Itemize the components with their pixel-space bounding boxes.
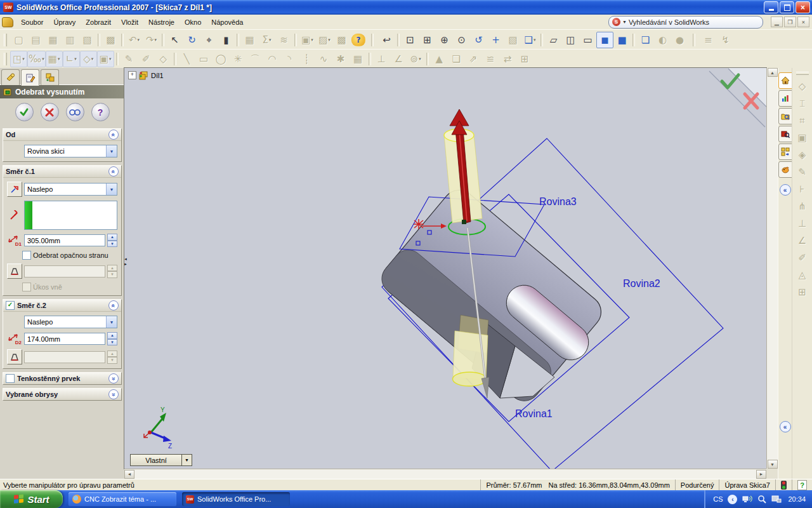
toggle-filter-toolbar[interactable]: ▮ — [218, 32, 235, 48]
scroll-left-icon[interactable]: ◄ — [124, 470, 134, 479]
angle-dimension[interactable]: ∠ — [390, 51, 407, 67]
rt-angle[interactable]: ∠ — [794, 232, 811, 249]
pan[interactable]: + — [487, 32, 504, 48]
restore-button[interactable] — [780, 1, 794, 13]
rt-mirror[interactable]: ◬ — [794, 266, 811, 283]
combo-arrow-icon[interactable]: ▼ — [181, 455, 192, 465]
mirror-entities[interactable]: ⇄ — [499, 51, 516, 67]
make-drawing-from-part[interactable]: ▥ — [62, 32, 79, 48]
child-close-button[interactable]: × — [797, 17, 809, 27]
detailed-preview-button[interactable] — [66, 103, 84, 121]
draft-outward-checkbox[interactable] — [22, 283, 31, 291]
document-recovery-tab[interactable] — [778, 161, 792, 178]
view-palette-tab[interactable] — [778, 144, 792, 160]
apply-scene[interactable]: ↯ — [717, 32, 734, 48]
tree-root-label[interactable]: Díl1 — [151, 72, 164, 79]
cancel-button[interactable] — [41, 103, 59, 121]
wireframe[interactable]: ▱ — [545, 32, 562, 48]
part-body[interactable] — [376, 184, 608, 407]
rt-display-relations[interactable]: ⋔ — [794, 197, 811, 215]
draft2-spinner[interactable]: ▲▼ — [107, 351, 117, 364]
draft1-spinner[interactable]: ▲▼ — [107, 265, 117, 278]
hidden-lines-visible[interactable]: ◫ — [562, 32, 579, 48]
dropdown-arrow-icon[interactable]: ▾ — [311, 37, 313, 43]
help-button[interactable]: ? — [91, 103, 110, 121]
rt-sketch-pencil[interactable]: ✐ — [794, 249, 811, 266]
collapse-chevron-icon[interactable]: « — [108, 130, 119, 140]
sketch[interactable]: ✎ — [121, 51, 138, 67]
panel-splitter[interactable]: ◂▸ — [122, 257, 129, 267]
display-modes[interactable]: ▩ — [333, 32, 350, 48]
linear-sketch-pattern[interactable]: ⊞ — [516, 51, 534, 67]
taskbar-task-solidworks[interactable]: SW SolidWorks Office Pro... — [182, 492, 290, 506]
dropdown-arrow-icon[interactable]: ▾ — [91, 57, 94, 62]
centerpoint-arc[interactable]: ⌒ — [247, 51, 264, 67]
search-dropdown-icon[interactable]: ▼ — [622, 20, 627, 24]
direction1-selection-list[interactable] — [24, 201, 117, 230]
rt-autodimension[interactable]: ✎ — [794, 163, 811, 180]
save[interactable]: ▦ — [44, 32, 62, 48]
scroll-down-icon[interactable]: ▼ — [768, 460, 778, 469]
direction2-checkbox[interactable]: ✓ — [6, 301, 15, 310]
ok-button[interactable] — [15, 103, 34, 121]
plane-label-rovina2[interactable]: Rovina2 — [623, 278, 660, 289]
collapse-chevron-icon[interactable]: « — [108, 166, 119, 177]
menu-nastroje[interactable]: Nástroje — [143, 17, 180, 28]
perimeter-circle[interactable]: ✳ — [230, 51, 247, 67]
combo-arrow-icon[interactable]: ▼ — [106, 184, 117, 195]
group-thin-feature-header[interactable]: Tenkostěnný prvek « — [3, 373, 121, 384]
shaded[interactable]: ■ — [613, 32, 631, 48]
start-button[interactable]: Start — [0, 490, 63, 508]
zoom-to-fit[interactable]: ⊡ — [402, 32, 419, 48]
edit-texture[interactable]: ▨▾ — [316, 32, 333, 48]
child-restore-button[interactable]: ❐ — [784, 17, 796, 27]
design-library-tab[interactable] — [778, 90, 792, 107]
spline[interactable]: ∿ — [315, 51, 332, 67]
dropdown-arrow-icon[interactable]: ▾ — [534, 37, 536, 43]
point[interactable]: ✱ — [332, 51, 350, 67]
depth2-spinner[interactable]: ▲▼ — [107, 332, 117, 345]
solidworks-resources-tab[interactable] — [778, 72, 792, 89]
menu-okno[interactable]: Okno — [180, 17, 206, 28]
centerline[interactable]: ┊ — [298, 51, 315, 67]
depth1-spinner[interactable]: ▲▼ — [107, 234, 117, 247]
smart-dimension[interactable]: ⊥ — [373, 51, 390, 67]
modify-sketch[interactable]: ◇ — [155, 51, 172, 67]
thin-feature-checkbox[interactable] — [6, 374, 15, 383]
minimize-button[interactable] — [764, 1, 778, 13]
redo[interactable]: ↷▾ — [143, 32, 160, 48]
rebuild[interactable]: ↻ — [183, 32, 200, 48]
menu-upravy[interactable]: Úpravy — [48, 17, 81, 28]
confirm-cancel-icon[interactable] — [745, 94, 757, 108]
circle[interactable]: ◯ — [213, 51, 230, 67]
dropdown-arrow-icon[interactable]: ▾ — [74, 57, 77, 62]
tangent-arc[interactable]: ◠ — [264, 51, 281, 67]
computer-tray-icon[interactable] — [771, 495, 782, 504]
convert-entities[interactable]: ❏ — [448, 51, 465, 67]
flip-side-checkbox[interactable] — [22, 251, 31, 260]
shadows-in-shaded-mode[interactable]: ❏ — [637, 32, 654, 48]
rt-perpendicular[interactable]: ⊥ — [794, 215, 811, 232]
scroll-right-icon[interactable]: ► — [756, 470, 766, 479]
clock[interactable]: 20:34 — [788, 495, 806, 503]
sketch-text[interactable]: ▦ — [350, 51, 367, 67]
featuremanager-tab[interactable] — [1, 69, 20, 85]
trim-entities[interactable]: ≌ — [482, 51, 499, 67]
depth1-input[interactable]: 305.00mm — [24, 234, 105, 246]
rotate-view[interactable]: ↺ — [470, 32, 487, 48]
section-view[interactable]: ◐ — [654, 32, 671, 48]
end-condition1-combo[interactable]: Naslepo ▼ — [24, 183, 117, 196]
menu-zobrazit[interactable]: Zobrazit — [81, 17, 116, 28]
magnifier-tray-icon[interactable] — [757, 495, 766, 504]
shaded-with-edges[interactable]: ◼ — [596, 32, 613, 48]
equations[interactable]: Σ▾ — [258, 32, 275, 48]
propertymanager-tab[interactable] — [21, 69, 39, 86]
solidworks-search-tab[interactable] — [778, 126, 792, 142]
line[interactable]: ╲ — [178, 51, 195, 67]
group-direction2-header[interactable]: ✓ Směr č.2 « — [3, 300, 121, 312]
close-button[interactable]: × — [796, 1, 810, 13]
select[interactable]: ↖ — [166, 32, 183, 48]
draft1-angle-input[interactable] — [24, 265, 105, 277]
menu-vlozit[interactable]: Vložit — [116, 17, 143, 28]
dropdown-arrow-icon[interactable]: ▾ — [58, 57, 60, 62]
